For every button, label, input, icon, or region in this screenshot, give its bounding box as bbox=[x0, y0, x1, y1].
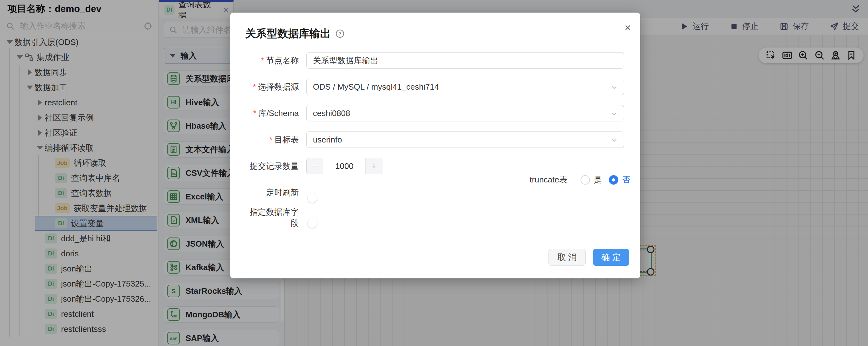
radio-label: 是 bbox=[594, 174, 602, 185]
field-target-table: *目标表 userinfo bbox=[245, 131, 625, 148]
schema-select[interactable]: ceshi0808 bbox=[306, 105, 624, 121]
app-root: 项目名称：demo_dev 数据引入层(ODS) bbox=[0, 0, 868, 346]
truncate-label: truncate表 bbox=[523, 174, 567, 185]
cancel-button[interactable]: 取 消 bbox=[549, 249, 586, 266]
commit-count-stepper: − 1000 + bbox=[306, 158, 382, 174]
modal-title: 关系型数据库输出 ? bbox=[245, 26, 625, 41]
field-schema: *库/Schema ceshi0808 bbox=[245, 105, 625, 121]
stepper-plus-button[interactable]: + bbox=[366, 158, 382, 174]
modal-footer: 取 消 确 定 bbox=[549, 249, 629, 266]
field-label: 节点名称 bbox=[266, 56, 299, 65]
modal-close-icon[interactable]: × bbox=[625, 22, 631, 33]
radio-icon bbox=[581, 175, 590, 185]
field-label: 定时刷新 bbox=[266, 188, 299, 197]
truncate-radio-option[interactable]: 否 bbox=[609, 174, 630, 185]
field-specify-db-fields: 指定数据库字段 bbox=[245, 210, 625, 226]
truncate-radio-option[interactable]: 是 bbox=[581, 174, 602, 185]
field-label: 目标表 bbox=[274, 135, 299, 145]
node-name-input[interactable] bbox=[306, 52, 624, 69]
modal-title-text: 关系型数据库输出 bbox=[245, 26, 331, 41]
field-label: 提交记录数量 bbox=[250, 161, 299, 171]
target-table-select[interactable]: userinfo bbox=[306, 131, 624, 148]
chevron-down-icon bbox=[610, 136, 618, 145]
field-timed-refresh: 定时刷新 bbox=[245, 184, 625, 201]
field-commit-count: 提交记录数量 − 1000 + truncate表 是 bbox=[245, 158, 625, 174]
confirm-button[interactable]: 确 定 bbox=[593, 249, 629, 266]
chevron-down-icon bbox=[610, 110, 618, 118]
radio-label: 否 bbox=[622, 174, 630, 185]
help-icon[interactable]: ? bbox=[335, 29, 345, 38]
field-label: 选择数据源 bbox=[258, 82, 299, 92]
datasource-select[interactable]: ODS / MySQL / mysql41_ceshi714 bbox=[306, 78, 624, 95]
stepper-minus-button[interactable]: − bbox=[307, 158, 323, 174]
truncate-field: truncate表 是 否 bbox=[523, 174, 630, 185]
field-label: 库/Schema bbox=[258, 108, 299, 118]
stepper-value[interactable]: 1000 bbox=[323, 158, 366, 174]
field-label: 指定数据库字段 bbox=[250, 207, 299, 228]
field-node-name: *节点名称 bbox=[245, 52, 625, 69]
modal-form: *节点名称 *选择数据源 ODS / MySQL / mysql41_ceshi… bbox=[245, 52, 625, 226]
field-datasource: *选择数据源 ODS / MySQL / mysql41_ceshi714 bbox=[245, 78, 625, 95]
relational-db-output-modal: 关系型数据库输出 ? × *节点名称 *选择数据源 ODS / MySQL / … bbox=[230, 12, 640, 278]
svg-text:?: ? bbox=[338, 31, 342, 36]
radio-icon bbox=[609, 175, 618, 185]
chevron-down-icon bbox=[610, 83, 618, 92]
